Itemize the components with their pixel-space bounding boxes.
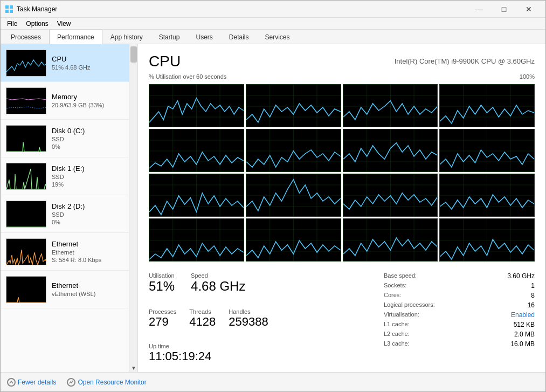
scrollbar-thumb[interactable] [130, 46, 137, 63]
sidebar-sub-memory: 20.9/63.9 GB (33%) [52, 102, 132, 108]
virtualisation-label: Virtualisation: [384, 311, 419, 319]
sidebar-item-disk0[interactable]: Disk 0 (C:) SSD 0% [1, 120, 137, 157]
tab-services[interactable]: Services [257, 30, 298, 44]
cpu-core-graph-6 [246, 129, 341, 172]
processes-value: 279 [149, 315, 176, 329]
sidebar-item-disk1[interactable]: Disk 1 (E:) SSD 19% [1, 157, 137, 195]
cpu-core-graph-13 [149, 218, 244, 262]
cpu-grid [149, 84, 535, 262]
logical-processors-label: Logical processors: [384, 301, 435, 309]
sidebar-graph-cpu [6, 50, 46, 77]
tab-details[interactable]: Details [221, 30, 257, 44]
sidebar-item-memory[interactable]: Memory 20.9/63.9 GB (33%) [1, 82, 137, 120]
cpu-core-graph-5 [149, 129, 244, 172]
sidebar-label-cpu: CPU [52, 55, 132, 63]
cpu-core-graph-14 [246, 218, 341, 262]
sidebar-info-cpu: CPU 51% 4.68 GHz [52, 55, 132, 71]
sidebar-item-ethernet2[interactable]: Ethernet vEthernet (WSL) [1, 271, 137, 308]
sidebar-scrollbar[interactable]: ▼ [129, 44, 137, 372]
sidebar-sub-ethernet2-type: vEthernet (WSL) [52, 291, 132, 297]
maximize-button[interactable]: □ [492, 1, 516, 18]
title-bar: Task Manager — □ ✕ [1, 1, 545, 18]
l1-cache-label: L1 cache: [384, 321, 410, 328]
sidebar-label-disk2: Disk 2 (D:) [52, 202, 132, 210]
minimize-button[interactable]: — [467, 1, 492, 18]
sidebar-label-disk1: Disk 1 (E:) [52, 164, 132, 173]
sidebar-item-disk2[interactable]: Disk 2 (D:) SSD 0% [1, 195, 137, 233]
sidebar-graph-disk2 [6, 201, 46, 228]
menu-options[interactable]: Options [22, 19, 52, 29]
scroll-down-arrow[interactable]: ▼ [129, 364, 138, 372]
sidebar-label-memory: Memory [52, 93, 132, 101]
sidebar-sub-cpu: 51% 4.68 GHz [52, 64, 132, 71]
svg-rect-8 [6, 201, 46, 228]
cpu-graphs-header: % Utilisation over 60 seconds 100% [149, 73, 535, 82]
svg-rect-6 [6, 126, 46, 152]
bottom-bar: Fewer details Open Resource Monitor [1, 372, 545, 391]
utilisation-label: Utilisation [149, 272, 175, 279]
sidebar-info-memory: Memory 20.9/63.9 GB (33%) [52, 93, 132, 108]
tab-startup[interactable]: Startup [151, 30, 188, 44]
svg-rect-5 [6, 88, 46, 114]
main-title: CPU [149, 53, 181, 70]
cpu-core-graph-8 [439, 129, 535, 172]
sidebar-sub-ethernet1-speed: S: 584 R: 8.0 Kbps [52, 257, 132, 263]
fewer-details-label: Fewer details [18, 379, 56, 386]
l3-cache-value: 16.0 MB [510, 340, 535, 348]
sidebar-label-disk0: Disk 0 (C:) [52, 127, 132, 135]
tab-processes[interactable]: Processes [3, 30, 49, 44]
tab-performance[interactable]: Performance [49, 30, 102, 44]
speed-value: 4.68 GHz [191, 279, 245, 294]
handles-stat: Handles 259388 [229, 308, 268, 329]
menu-view[interactable]: View [53, 19, 75, 29]
sidebar-label-ethernet1: Ethernet [52, 240, 132, 248]
task-manager-window: Task Manager — □ ✕ File Options View Pro… [0, 0, 546, 392]
cpu-core-graph-7 [343, 129, 438, 172]
sidebar-item-cpu[interactable]: CPU 51% 4.68 GHz [1, 44, 137, 82]
cpu-core-graph-11 [343, 174, 438, 217]
fewer-details-link[interactable]: Fewer details [7, 378, 56, 387]
app-icon [5, 5, 13, 13]
svg-rect-0 [5, 5, 9, 9]
processes-stat: Processes 279 [149, 308, 176, 329]
l1-cache-value: 512 KB [514, 321, 535, 328]
threads-value: 4128 [189, 315, 216, 329]
sidebar-graph-disk0 [6, 125, 46, 152]
open-resource-monitor-link[interactable]: Open Resource Monitor [67, 378, 146, 387]
cpu-core-graph-4 [439, 84, 535, 127]
open-resource-monitor-label: Open Resource Monitor [78, 379, 146, 386]
cpu-core-graph-10 [246, 174, 341, 217]
chevron-up-icon [7, 378, 16, 387]
cpu-core-graph-16 [439, 218, 535, 262]
window-controls: — □ ✕ [467, 1, 541, 18]
cpu-core-graph-12 [439, 174, 535, 217]
l3-cache-label: L3 cache: [384, 340, 410, 348]
close-button[interactable]: ✕ [516, 1, 541, 18]
menu-bar: File Options View [1, 18, 545, 30]
menu-file[interactable]: File [3, 19, 22, 29]
sidebar-info-ethernet1: Ethernet Ethernet S: 584 R: 8.0 Kbps [52, 240, 132, 263]
sidebar-info-ethernet2: Ethernet vEthernet (WSL) [52, 281, 132, 297]
sidebar-sub-disk1-type: SSD [52, 174, 132, 180]
percent-max-label: 100% [520, 73, 535, 82]
processes-label: Processes [149, 308, 176, 315]
handles-label: Handles [229, 308, 268, 315]
main-subtitle: Intel(R) Core(TM) i9-9900K CPU @ 3.60GHz [395, 57, 535, 65]
resource-monitor-icon [67, 378, 75, 387]
sidebar-graph-ethernet2 [6, 276, 46, 303]
cpu-title-group: CPU [149, 53, 181, 70]
sidebar-graph-disk1 [6, 163, 46, 190]
tab-users[interactable]: Users [188, 30, 220, 44]
cpu-core-graph-9 [149, 174, 244, 217]
logical-processors-value: 16 [528, 301, 535, 309]
tab-app-history[interactable]: App history [102, 30, 151, 44]
sidebar-info-disk2: Disk 2 (D:) SSD 0% [52, 202, 132, 225]
cpu-core-graph-1 [149, 84, 244, 127]
sidebar-sub-disk0-type: SSD [52, 136, 132, 142]
stats-section: Utilisation 51% Speed 4.68 GHz Processes… [149, 272, 535, 370]
uptime-value: 11:05:19:24 [149, 349, 373, 363]
sidebar-item-ethernet1[interactable]: Ethernet Ethernet S: 584 R: 8.0 Kbps [1, 233, 137, 271]
utilization-label: % Utilisation over 60 seconds [149, 73, 226, 80]
cpu-core-graph-3 [343, 84, 438, 127]
sidebar-sub-disk0-usage: 0% [52, 143, 132, 150]
